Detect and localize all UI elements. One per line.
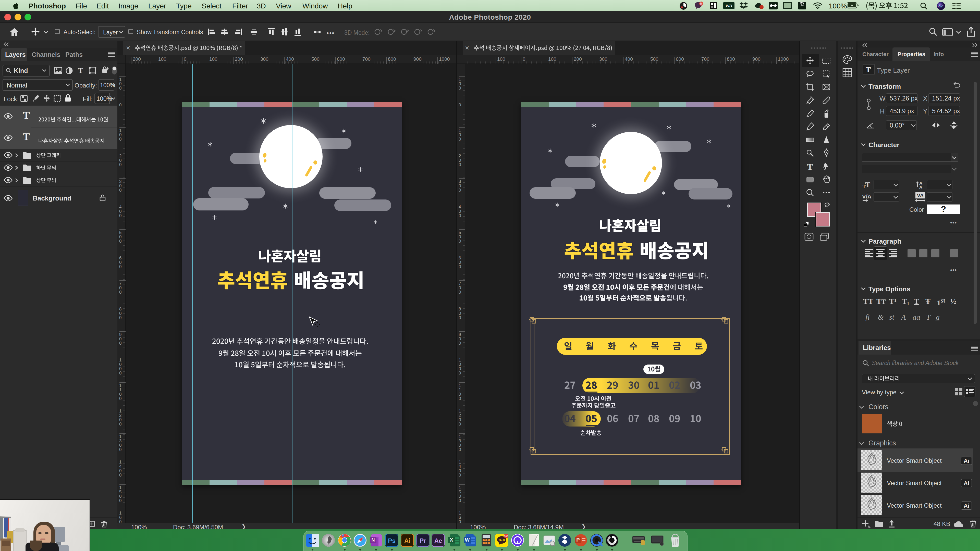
svg-text:TALK: TALK	[498, 539, 505, 541]
svg-text:V/A: V/A	[862, 193, 872, 200]
svg-text:A: A	[919, 185, 922, 189]
svg-text:P: P	[576, 537, 579, 543]
svg-text:X: X	[450, 537, 453, 543]
svg-text:W: W	[465, 537, 470, 543]
svg-text:Ai: Ai	[404, 537, 410, 544]
svg-text:T: T	[865, 181, 870, 189]
svg-text:Pr: Pr	[420, 537, 426, 544]
svg-text:VA: VA	[917, 192, 924, 198]
svg-text:N: N	[372, 537, 375, 543]
svg-text:T: T	[807, 162, 813, 171]
svg-text:Ae: Ae	[434, 537, 442, 544]
svg-text:N: N	[700, 2, 702, 5]
svg-text:WD: WD	[726, 3, 732, 8]
svg-text:560: 560	[504, 535, 508, 537]
svg-text:Ps: Ps	[388, 537, 395, 544]
